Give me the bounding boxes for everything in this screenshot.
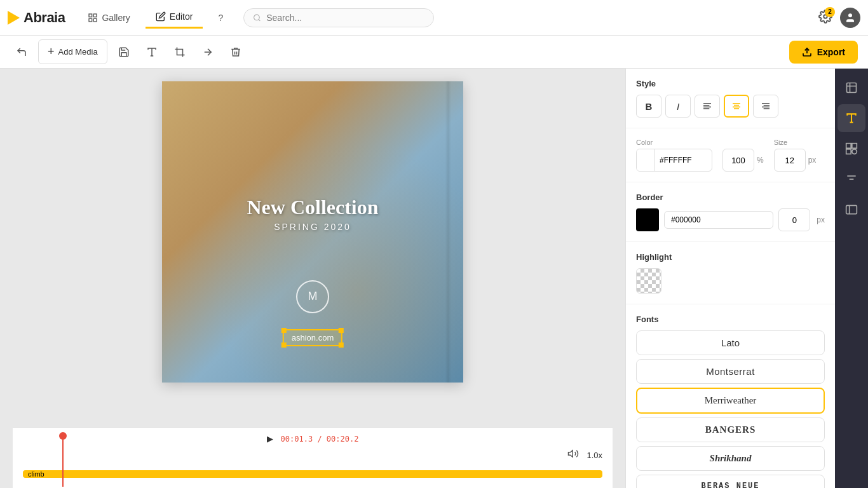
add-media-button[interactable]: + Add Media [38,39,107,64]
nav-right: 2 [818,8,860,28]
save-button[interactable] [112,41,135,64]
text-tool-button[interactable] [140,41,163,64]
style-label: Style [636,79,825,88]
needle-head [59,432,67,440]
right-panel: Style B I [625,69,835,488]
sidebar-crop-svg [845,81,858,94]
sidebar-text-svg [845,112,858,125]
color-swatch[interactable] [637,149,654,171]
gallery-nav-button[interactable]: Gallery [78,8,140,28]
track-row-video: 1.0x [23,447,602,463]
border-section: Border px [626,182,835,242]
canvas-text-block: New Collection SPRING 2020 [247,196,378,232]
border-label: Border [636,193,825,202]
canvas-logo: M [296,280,329,313]
sidebar-elements-svg [845,142,858,155]
editor-nav-button[interactable]: Editor [146,6,203,29]
align-center-icon [731,101,742,111]
svg-rect-2 [89,18,92,22]
top-nav: Abraia Gallery Editor ? 2 [0,0,868,36]
clip-track-bar[interactable]: climb [23,470,602,478]
color-input-row [636,149,712,172]
italic-button[interactable]: I [665,95,691,118]
timeline: ▶ 00:01.3 / 00:20.2 [13,427,613,488]
color-field-group: Color [636,139,712,172]
color-hex-input[interactable] [654,153,712,167]
search-container [243,8,434,27]
color-size-row: Color % Size [636,139,825,172]
bold-button[interactable]: B [636,95,661,118]
help-button[interactable]: ? [208,8,233,28]
sidebar-filters-svg [845,173,858,186]
undo-button[interactable] [10,41,33,64]
transform-icon [202,46,214,58]
handle-bl[interactable] [281,342,287,348]
fonts-label: Fonts [636,315,825,324]
highlight-swatch[interactable] [636,268,661,294]
export-button[interactable]: Export [789,41,858,64]
svg-rect-32 [852,144,857,149]
opacity-field-group: % [722,139,764,172]
sidebar-elements-icon[interactable] [837,135,865,163]
style-section: Style B I [626,69,835,128]
font-item-lato[interactable]: Lato [636,330,825,355]
align-right-button[interactable] [753,95,778,118]
font-item-beras-neue[interactable]: BERAS NEUE [636,475,825,488]
align-left-button[interactable] [695,95,720,118]
settings-button[interactable]: 2 [818,10,832,26]
svg-rect-31 [846,144,851,149]
toolbar: + Add Media Export [0,36,868,69]
font-item-bangers[interactable]: BANGERS [636,417,825,442]
play-button[interactable]: ▶ [267,434,273,444]
user-avatar[interactable] [840,8,860,28]
border-color-swatch[interactable] [636,208,659,231]
style-buttons-group: B I [636,95,825,118]
align-left-icon [702,101,712,111]
color-size-section: Color % Size [626,128,835,182]
svg-marker-13 [569,450,573,457]
crop-button[interactable] [168,41,191,64]
fonts-list: Lato Montserrat Merriweather BANGERS Shr… [636,330,825,488]
color-label: Color [636,139,712,146]
sidebar-media-icon[interactable] [837,196,865,224]
border-px-input[interactable] [778,208,810,231]
handle-tr[interactable] [339,328,344,333]
volume-button[interactable] [567,448,579,463]
border-px-unit: px [817,215,825,224]
font-item-merriweather[interactable]: Merriweather [636,388,825,414]
sidebar-media-svg [845,203,858,216]
canvas-container[interactable]: New Collection SPRING 2020 M ashion.com [162,81,463,383]
timeline-needle[interactable] [62,436,64,487]
logo[interactable]: Abraia [8,10,65,26]
logo-circle-text: M [308,290,318,303]
font-item-montserrat[interactable]: Montserrat [636,359,825,384]
svg-point-34 [852,149,857,154]
font-item-shrikhand[interactable]: Shrikhand [636,446,825,471]
transform-button[interactable] [196,41,219,64]
canvas-subtitle-text: SPRING 2020 [247,222,378,232]
sidebar-filters-icon[interactable] [837,165,865,193]
volume-icon [567,448,579,459]
align-right-icon [761,101,771,111]
font-size-input[interactable] [774,149,806,172]
fonts-section: Fonts Lato Montserrat Merriweather BANGE… [626,304,835,488]
canvas-title-text: New Collection [247,196,378,219]
size-field-group: Size px [774,139,817,172]
sidebar-crop-icon[interactable] [837,74,865,102]
right-sidebar [835,69,868,488]
handle-br[interactable] [339,342,344,348]
size-unit: px [808,156,817,165]
delete-button[interactable] [224,41,247,64]
sidebar-text-icon[interactable] [837,104,865,132]
opacity-input[interactable] [722,149,754,172]
search-icon [253,13,261,22]
search-input[interactable] [266,13,424,23]
handle-tl[interactable] [281,328,287,333]
border-hex-input[interactable] [664,211,773,229]
svg-rect-0 [89,14,92,17]
canvas-url-box[interactable]: ashion.com [283,329,342,346]
align-center-button[interactable] [724,95,749,118]
crop-icon [174,46,186,58]
highlight-section: Highlight [626,242,835,304]
undo-icon [16,46,27,58]
